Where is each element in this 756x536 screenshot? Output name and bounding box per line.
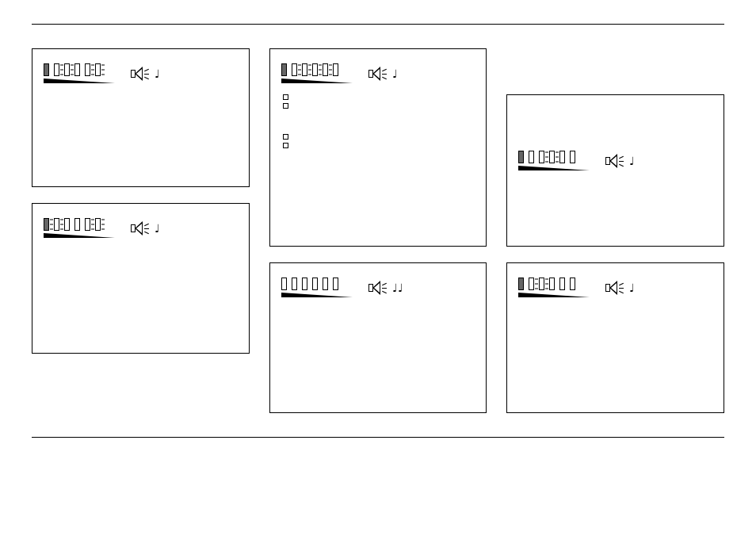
indicator-bar [74,63,80,76]
indicator-bar [292,63,297,76]
note-icon: ♩ [629,155,635,167]
panel-1: ♩ [32,48,250,187]
indicator-bar-burst-icon [54,218,59,231]
volume-wedge-icon [281,78,353,83]
speaker-icon [605,281,620,295]
indicator-bar-burst-icon [539,278,544,290]
indicator-bar [281,63,287,76]
square-marker [283,94,288,100]
square-marker [283,143,288,148]
indicator-bar-burst-icon [323,63,328,76]
indicators-4 [281,278,353,290]
indicator-bar-burst-icon [302,63,307,76]
indicator-bar [333,278,338,290]
volume-wedge-icon [518,166,590,170]
panel-3: ♩ [269,48,487,247]
speaker-icon [605,154,620,168]
indicator-bar [518,278,524,290]
indicator-bar-burst-icon [95,218,101,231]
indicator-bar [539,151,544,163]
speaker-icon [368,281,383,295]
indicator-bar [44,218,49,231]
indicator-bar [570,278,575,290]
note-icon: ♩♩ [392,281,403,294]
rule-top [32,24,724,25]
note-icon: ♩ [155,222,160,235]
indicator-bar [281,278,287,290]
indicator-bar [64,218,70,231]
panel-4: ♩♩ [269,262,487,413]
note-icon: ♩ [629,281,635,294]
option-squares [283,94,475,148]
indicator-bar [529,151,534,163]
indicator-bar [559,278,565,290]
indicator-bar-burst-icon [549,151,555,163]
volume-wedge-icon [518,293,590,297]
indicators-6 [518,278,590,290]
column-1: ♩ [32,48,250,413]
indicators-2 [44,218,115,231]
note-icon: ♩ [155,67,160,80]
rule-bottom [32,437,724,438]
note-icon: ♩ [392,67,398,80]
speaker-icon [131,67,145,81]
speaker-icon [368,67,383,81]
indicator-bar [54,63,59,76]
indicators-3 [281,63,353,76]
indicator-bar [518,151,524,163]
indicator-bar [85,63,90,76]
panel-2: ♩ [32,203,250,354]
volume-wedge-icon [44,78,115,83]
indicator-bar [312,278,318,290]
indicator-bar [44,63,49,76]
column-3: ♩ [506,48,724,413]
speaker-icon [131,221,145,235]
indicator-bar [559,151,565,163]
indicator-bar [333,63,338,76]
indicator-bar [302,278,307,290]
indicator-bar [292,278,297,290]
indicator-bar [549,278,555,290]
panel-5: ♩ [506,94,724,247]
volume-wedge-icon [281,293,353,297]
square-marker [283,134,288,140]
indicators-5 [518,151,590,163]
panel-6: ♩ [506,262,724,413]
indicator-bar [323,278,328,290]
column-2: ♩ [269,48,487,413]
indicator-bar [570,151,575,163]
indicator-bar-burst-icon [64,63,70,76]
volume-wedge-icon [44,233,115,238]
indicator-bar [312,63,318,76]
indicator-bar-burst-icon [95,63,101,76]
indicator-bar [529,278,534,290]
square-marker [283,103,288,109]
panel-grid: ♩ [32,48,724,413]
indicator-bar [85,218,90,231]
indicators-1 [44,63,115,76]
indicator-bar [74,218,80,231]
